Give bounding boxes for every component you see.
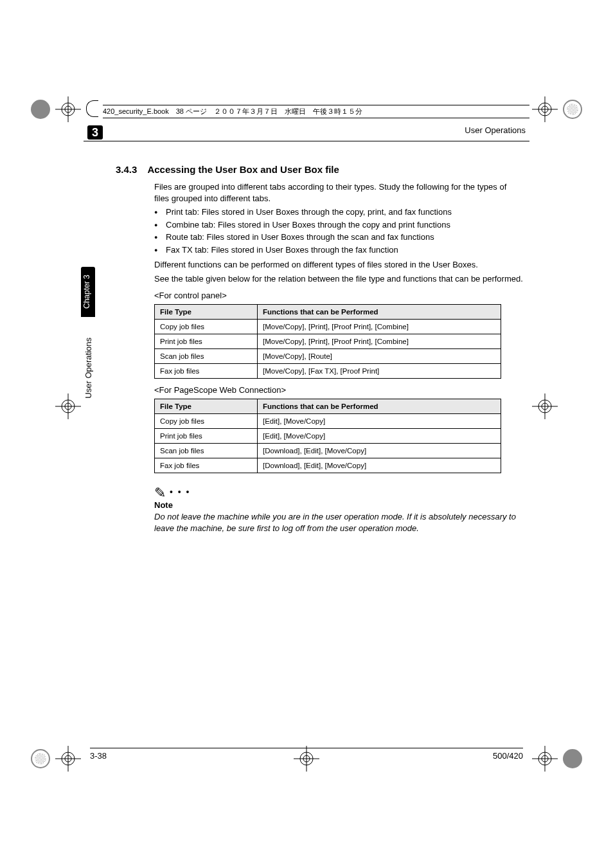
table-header: File Type — [155, 399, 258, 414]
subheading-pagescope: <For PageScope Web Connection> — [154, 385, 523, 395]
tab-bullet-list: Print tab: Files stored in User Boxes th… — [154, 206, 523, 255]
book-file-header: 420_security_E.book 38 ページ ２００７年３月７日 水曜日… — [103, 105, 529, 118]
reg-mark-ml — [55, 393, 81, 419]
table-row: Copy job files[Move/Copy], [Print], [Pro… — [155, 320, 501, 334]
paragraph: Different functions can be performed on … — [154, 259, 523, 271]
reg-mark-mr — [532, 393, 558, 419]
pagescope-table: File Type Functions that can be Performe… — [154, 399, 501, 473]
crop-disc-br — [563, 749, 582, 768]
crop-disc-tr — [563, 100, 582, 119]
table-header: Functions that can be Performed — [258, 305, 501, 320]
table-row: Scan job files[Move/Copy], [Route] — [155, 349, 501, 364]
reg-mark-tl — [55, 96, 81, 122]
reg-mark-bl — [55, 746, 81, 772]
side-tab-chapter: Chapter 3 — [81, 267, 95, 317]
note-dots: • • • — [166, 487, 190, 497]
chapter-number: 3 — [92, 126, 98, 140]
list-item: Combine tab: Files stored in User Boxes … — [154, 219, 523, 231]
table-row: Print job files[Edit], [Move/Copy] — [155, 429, 501, 444]
subheading-control-panel: <For control panel> — [154, 291, 523, 300]
page-footer: 3-38 500/420 — [90, 748, 523, 761]
table-row: Scan job files[Download], [Edit], [Move/… — [155, 444, 501, 458]
intro-paragraph: Files are grouped into different tabs ac… — [154, 181, 523, 204]
table-row: Fax job files[Move/Copy], [Fax TX], [Pro… — [155, 364, 501, 379]
reg-mark-tr — [532, 96, 558, 122]
table-header: File Type — [155, 305, 258, 320]
crop-disc-bl — [31, 749, 50, 768]
page-header: 3 User Operations — [84, 125, 529, 141]
side-section-label: User Operations — [84, 338, 93, 399]
list-item: Print tab: Files stored in User Boxes th… — [154, 206, 523, 218]
chapter-badge: 3 — [87, 125, 103, 140]
note-icon: ✎ — [154, 485, 166, 502]
reg-mark-br — [532, 746, 558, 772]
list-item: Route tab: Files stored in User Boxes th… — [154, 231, 523, 243]
note-text: Do not leave the machine while you are i… — [154, 511, 523, 534]
book-header-text: 420_security_E.book 38 ページ ２００７年３月７日 水曜日… — [103, 107, 362, 115]
table-header-row: File Type Functions that can be Performe… — [155, 399, 501, 414]
section-title: Accessing the User Box and User Box file — [147, 164, 339, 175]
control-panel-table: File Type Functions that can be Performe… — [154, 304, 501, 379]
table-header: Functions that can be Performed — [258, 399, 501, 414]
footer-page-number: 3-38 — [90, 751, 107, 761]
paragraph: See the table given below for the relati… — [154, 273, 523, 285]
table-row: Fax job files[Download], [Edit], [Move/C… — [155, 458, 501, 473]
section-number: 3.4.3 — [116, 164, 137, 175]
table-header-row: File Type Functions that can be Performe… — [155, 305, 501, 320]
section-heading: 3.4.3 Accessing the User Box and User Bo… — [116, 164, 523, 175]
footer-model: 500/420 — [493, 751, 523, 761]
note-block: ✎ • • • Note Do not leave the machine wh… — [154, 482, 523, 534]
running-header: User Operations — [465, 125, 526, 140]
table-row: Print job files[Move/Copy], [Print], [Pr… — [155, 334, 501, 349]
crop-disc-tl — [31, 100, 50, 119]
side-chapter-label: Chapter 3 — [82, 275, 91, 309]
note-label: Note — [154, 500, 523, 510]
list-item: Fax TX tab: Files stored in User Boxes t… — [154, 244, 523, 256]
table-row: Copy job files[Edit], [Move/Copy] — [155, 414, 501, 429]
